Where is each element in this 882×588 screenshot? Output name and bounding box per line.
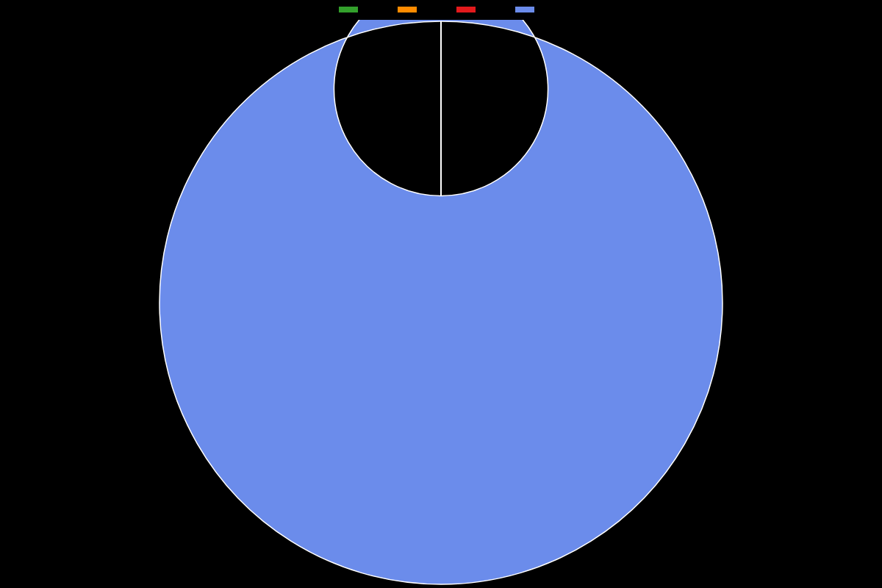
legend-item-1[interactable] <box>397 4 426 15</box>
legend-item-3[interactable] <box>514 4 544 15</box>
legend-label-2 <box>481 4 485 15</box>
donut-wrap <box>0 18 882 588</box>
chart-container <box>0 0 882 588</box>
donut-chart <box>158 20 724 586</box>
legend-label-1 <box>422 4 426 15</box>
legend-label-3 <box>539 4 544 15</box>
legend-swatch-1 <box>397 6 417 13</box>
legend-item-2[interactable] <box>456 4 485 15</box>
legend-label-0 <box>363 4 368 15</box>
legend-item-0[interactable] <box>338 4 368 15</box>
legend-swatch-3 <box>514 6 535 13</box>
legend-swatch-0 <box>338 6 359 13</box>
chart-legend <box>338 0 544 18</box>
legend-swatch-2 <box>456 6 476 13</box>
